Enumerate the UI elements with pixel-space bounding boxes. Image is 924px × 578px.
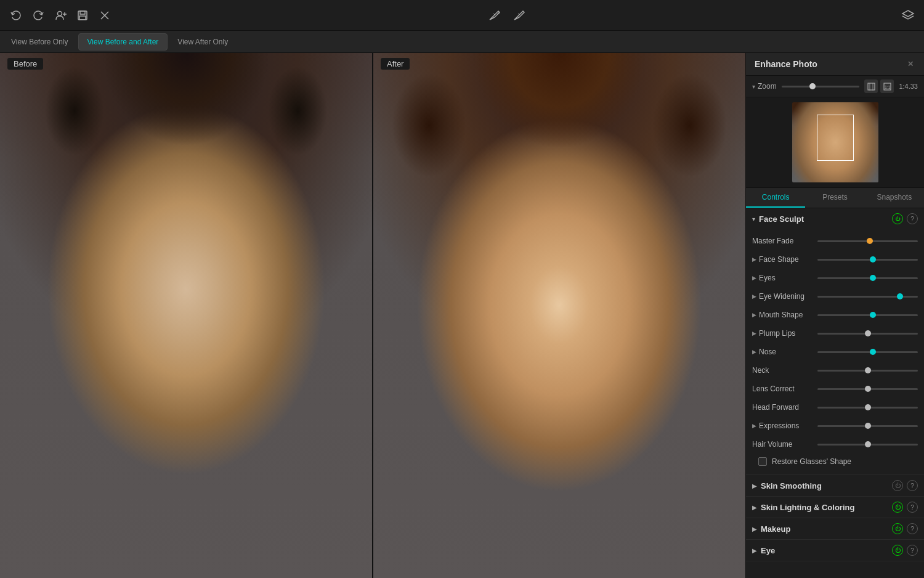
main-area: Before After Enhance Photo ✕ ▾ Zoom bbox=[0, 53, 924, 578]
master-fade-label: Master Fade bbox=[752, 237, 814, 245]
right-panel: Enhance Photo ✕ ▾ Zoom bbox=[745, 53, 924, 578]
plump-lips-chevron: ▶ bbox=[752, 330, 756, 336]
controls-scroll[interactable]: ▾ Face Sculpt ⏻ ? Master Fade bbox=[746, 208, 924, 578]
skin-lighting-help-icon[interactable]: ? bbox=[907, 502, 918, 513]
restore-glasses-row: Restore Glasses' Shape bbox=[752, 454, 918, 470]
plump-lips-slider[interactable] bbox=[817, 333, 918, 335]
after-label: After bbox=[381, 58, 410, 70]
restore-glasses-label: Restore Glasses' Shape bbox=[772, 457, 851, 466]
tab-presets[interactable]: Presets bbox=[805, 188, 864, 208]
expressions-chevron: ▶ bbox=[752, 423, 756, 429]
skin-lighting-section: ▶ Skin Lighting & Coloring ⏻ ? bbox=[746, 497, 924, 518]
zoom-slider[interactable] bbox=[782, 86, 860, 88]
tab-snapshots[interactable]: Snapshots bbox=[865, 188, 924, 208]
makeup-header[interactable]: ▶ Makeup ⏻ ? bbox=[746, 518, 924, 539]
svg-line-8 bbox=[493, 14, 495, 15]
eye-chevron: ▶ bbox=[752, 547, 757, 554]
pen-remove-tool[interactable]: - bbox=[510, 7, 527, 24]
skin-lighting-power-icon[interactable]: ⏻ bbox=[892, 502, 903, 513]
skin-smoothing-chevron: ▶ bbox=[752, 482, 757, 489]
view-before-only-button[interactable]: View Before Only bbox=[2, 33, 77, 51]
plump-lips-label[interactable]: ▶ Plump Lips bbox=[752, 329, 814, 338]
nose-slider[interactable] bbox=[817, 351, 918, 353]
skin-smoothing-power-icon[interactable]: ⏻ bbox=[892, 480, 903, 491]
expressions-label[interactable]: ▶ Expressions bbox=[752, 421, 814, 430]
eye-widening-label[interactable]: ▶ Eye Widening bbox=[752, 292, 814, 301]
control-master-fade: Master Fade bbox=[752, 232, 918, 250]
lens-correct-slider[interactable] bbox=[817, 388, 918, 390]
makeup-help-icon[interactable]: ? bbox=[907, 523, 918, 534]
control-plump-lips: ▶ Plump Lips bbox=[752, 324, 918, 343]
eyes-label[interactable]: ▶ Eyes bbox=[752, 274, 814, 282]
skin-lighting-header[interactable]: ▶ Skin Lighting & Coloring ⏻ ? bbox=[746, 497, 924, 518]
eye-header[interactable]: ▶ Eye ⏻ ? bbox=[746, 540, 924, 561]
tabs-row: Controls Presets Snapshots bbox=[746, 188, 924, 208]
mouth-shape-label[interactable]: ▶ Mouth Shape bbox=[752, 311, 814, 319]
zoom-1to1-button[interactable]: 1:1 bbox=[880, 79, 894, 93]
tab-controls[interactable]: Controls bbox=[746, 188, 805, 208]
restore-glasses-checkbox[interactable] bbox=[758, 457, 767, 466]
eyes-chevron: ▶ bbox=[752, 275, 756, 281]
neck-label: Neck bbox=[752, 366, 814, 375]
makeup-icons: ⏻ ? bbox=[892, 523, 918, 534]
zoom-row: ▾ Zoom 1:1 bbox=[746, 76, 924, 97]
nose-chevron: ▶ bbox=[752, 349, 756, 355]
nose-label[interactable]: ▶ Nose bbox=[752, 348, 814, 356]
thumbnail-viewport-box bbox=[817, 115, 854, 161]
undo-button[interactable] bbox=[7, 7, 25, 24]
makeup-chevron: ▶ bbox=[752, 526, 757, 532]
makeup-power-icon[interactable]: ⏻ bbox=[892, 523, 903, 534]
eye-power-icon[interactable]: ⏻ bbox=[892, 545, 903, 556]
eye-icons: ⏻ ? bbox=[892, 545, 918, 556]
neck-slider[interactable] bbox=[817, 370, 918, 372]
mouth-shape-slider[interactable] bbox=[817, 314, 918, 316]
eye-help-icon[interactable]: ? bbox=[907, 545, 918, 556]
zoom-fit-button[interactable] bbox=[864, 79, 878, 93]
face-shape-slider[interactable] bbox=[817, 259, 918, 261]
skin-lighting-title: Skin Lighting & Coloring bbox=[761, 503, 892, 512]
face-sculpt-power-icon[interactable]: ⏻ bbox=[892, 213, 903, 224]
eye-title: Eye bbox=[761, 546, 892, 555]
redo-button[interactable] bbox=[30, 7, 47, 24]
makeup-title: Makeup bbox=[761, 524, 892, 534]
face-sculpt-icons: ⏻ ? bbox=[892, 213, 918, 224]
svg-text:1:1: 1:1 bbox=[885, 85, 891, 89]
panel-close-icon[interactable]: ✕ bbox=[906, 59, 915, 69]
control-lens-correct: Lens Correct bbox=[752, 380, 918, 398]
view-bar: View Before Only View Before and After V… bbox=[0, 31, 924, 53]
view-before-after-button[interactable]: View Before and After bbox=[78, 33, 168, 51]
before-label: Before bbox=[7, 58, 43, 70]
face-shape-label[interactable]: ▶ Face Shape bbox=[752, 255, 814, 264]
face-sculpt-body: Master Fade ▶ Face Shape bbox=[746, 229, 924, 474]
before-image bbox=[0, 53, 372, 578]
add-person-button[interactable] bbox=[52, 7, 69, 24]
face-sculpt-help-icon[interactable]: ? bbox=[907, 213, 918, 224]
close-button[interactable] bbox=[96, 7, 113, 24]
eye-widening-slider[interactable] bbox=[817, 296, 918, 298]
panel-title: Enhance Photo ✕ bbox=[746, 53, 924, 76]
eyes-slider[interactable] bbox=[817, 277, 918, 279]
expressions-slider[interactable] bbox=[817, 425, 918, 427]
svg-text:+: + bbox=[497, 10, 500, 16]
head-forward-label: Head Forward bbox=[752, 403, 814, 412]
skin-smoothing-title: Skin Smoothing bbox=[761, 481, 892, 490]
face-sculpt-header[interactable]: ▾ Face Sculpt ⏻ ? bbox=[746, 208, 924, 229]
skin-smoothing-header[interactable]: ▶ Skin Smoothing ⏻ ? bbox=[746, 475, 924, 496]
mouth-shape-chevron: ▶ bbox=[752, 312, 756, 318]
save-button[interactable] bbox=[74, 7, 91, 24]
control-hair-volume: Hair Volume bbox=[752, 435, 918, 454]
master-fade-slider[interactable] bbox=[817, 240, 918, 242]
layers-button[interactable] bbox=[899, 7, 917, 24]
skin-smoothing-help-icon[interactable]: ? bbox=[907, 480, 918, 491]
face-sculpt-title: Face Sculpt bbox=[759, 214, 892, 224]
control-nose: ▶ Nose bbox=[752, 343, 918, 361]
thumbnail-wrapper bbox=[792, 102, 878, 182]
head-forward-slider[interactable] bbox=[817, 407, 918, 409]
view-after-only-button[interactable]: View After Only bbox=[169, 33, 237, 51]
svg-rect-5 bbox=[79, 16, 86, 20]
hair-volume-slider[interactable] bbox=[817, 444, 918, 446]
pen-add-tool[interactable]: + bbox=[485, 7, 503, 24]
svg-line-10 bbox=[518, 14, 519, 15]
control-head-forward: Head Forward bbox=[752, 398, 918, 417]
image-area: Before After bbox=[0, 53, 745, 578]
